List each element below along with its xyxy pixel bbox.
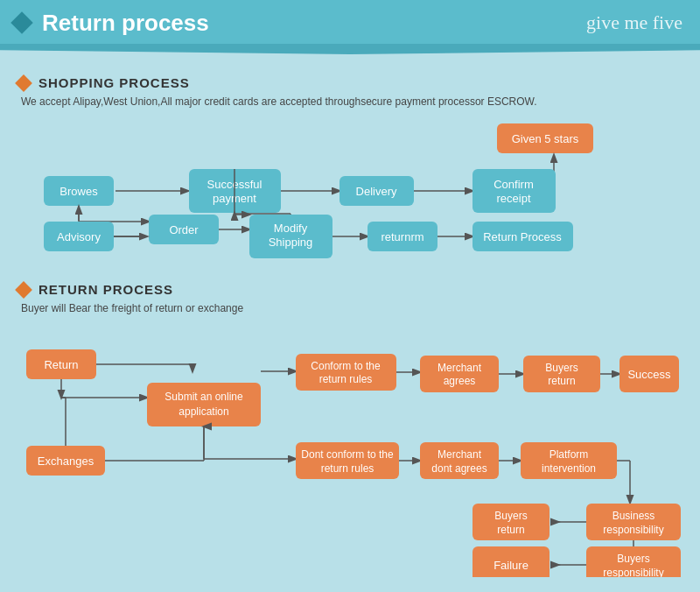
svg-text:Return Process: Return Process <box>483 230 562 243</box>
header: Return process give me five <box>0 0 700 46</box>
svg-text:returnrm: returnrm <box>381 230 424 243</box>
svg-text:Conform to the: Conform to the <box>311 360 381 372</box>
svg-text:return: return <box>548 375 575 387</box>
svg-text:Given 5 stars: Given 5 stars <box>512 132 579 145</box>
svg-text:intervention: intervention <box>542 462 596 475</box>
return-title: RETURN PROCESS <box>38 282 173 297</box>
svg-text:Buyers: Buyers <box>545 362 578 374</box>
svg-text:return rules: return rules <box>319 373 373 385</box>
svg-text:Return: Return <box>44 358 78 371</box>
svg-text:Dont conform to the: Dont conform to the <box>301 448 394 461</box>
svg-rect-48 <box>147 383 261 426</box>
svg-text:Confirm: Confirm <box>494 178 534 191</box>
svg-text:Submit an online: Submit an online <box>164 391 243 403</box>
shopping-diamond <box>15 74 32 92</box>
svg-text:Order: Order <box>169 223 199 236</box>
svg-text:Advisory: Advisory <box>57 230 101 243</box>
svg-text:responsibility: responsibility <box>603 524 663 536</box>
svg-text:Merchant: Merchant <box>438 362 482 374</box>
header-diamond <box>10 11 32 33</box>
svg-text:Delivery: Delivery <box>356 185 397 198</box>
svg-text:Buyers: Buyers <box>494 510 527 522</box>
svg-text:dont agrees: dont agrees <box>431 462 486 475</box>
svg-text:Success: Success <box>627 368 671 381</box>
svg-text:Merchant: Merchant <box>438 448 482 461</box>
svg-text:Modify: Modify <box>274 222 308 235</box>
svg-text:Failure: Failure <box>494 559 528 572</box>
return-section-header: RETURN PROCESS <box>18 282 682 297</box>
svg-rect-15 <box>472 169 556 213</box>
svg-text:Shipping: Shipping <box>269 236 313 249</box>
shopping-title: SHOPPING PROCESS <box>38 75 190 90</box>
shopping-description: We accept Alipay,West Union,All major cr… <box>21 95 682 108</box>
svg-text:receipt: receipt <box>496 192 530 205</box>
svg-text:responsibility: responsibility <box>603 567 663 577</box>
svg-text:agrees: agrees <box>444 375 476 387</box>
return-flow-diagram: Return Submit an online application Conf… <box>18 323 682 577</box>
svg-text:application: application <box>178 405 228 418</box>
svg-text:Buyers: Buyers <box>617 553 649 565</box>
shopping-flow-diagram: Given 5 stars Browes Successful payment … <box>18 116 682 270</box>
return-diamond <box>15 281 32 299</box>
header-title: Return process <box>42 10 209 37</box>
svg-text:return: return <box>497 524 524 536</box>
return-svg: Return Submit an online application Conf… <box>18 323 682 577</box>
svg-text:Business: Business <box>612 510 655 522</box>
svg-text:Exchanges: Exchanges <box>38 455 94 468</box>
svg-text:Platform: Platform <box>550 448 589 461</box>
svg-text:Browes: Browes <box>60 185 98 198</box>
return-description: Buyer will Bear the freight of return or… <box>21 302 682 314</box>
shopping-section-header: SHOPPING PROCESS <box>18 75 682 90</box>
shopping-svg: Given 5 stars Browes Successful payment … <box>18 116 682 265</box>
header-logo: give me five <box>586 11 682 34</box>
svg-text:return rules: return rules <box>321 462 374 475</box>
